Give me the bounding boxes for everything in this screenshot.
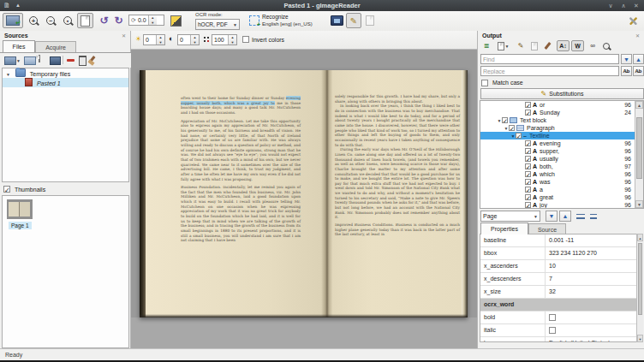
ocr-word-row[interactable]: Ausually96 bbox=[480, 155, 635, 163]
word-checkbox[interactable] bbox=[525, 187, 531, 193]
shade-icon[interactable]: ▲ bbox=[15, 2, 24, 9]
zoom-fit-button[interactable] bbox=[77, 13, 93, 28]
resolution-spinbox[interactable]: 100 ▲▼ bbox=[212, 34, 237, 45]
image-controls-button[interactable] bbox=[168, 13, 183, 28]
proofread-icon[interactable]: ✎ bbox=[515, 40, 527, 51]
word-checkbox[interactable] bbox=[525, 202, 531, 208]
paragraph-checkbox[interactable] bbox=[509, 125, 515, 131]
ocr-textline-row[interactable]: ▼–Textline bbox=[480, 132, 635, 139]
tab-acquire[interactable]: Acquire bbox=[35, 41, 76, 53]
collapse-all-button[interactable] bbox=[590, 212, 597, 221]
expand-all-button[interactable] bbox=[576, 212, 585, 221]
tab-properties[interactable]: Properties bbox=[480, 223, 528, 234]
substitutions-button[interactable]: ✎ Substitutions bbox=[480, 88, 644, 99]
properties-scrollbar[interactable]: ▲ ▼ bbox=[636, 234, 643, 342]
scroll-down-icon[interactable]: ▼ bbox=[637, 335, 643, 342]
clear-output-icon[interactable] bbox=[541, 40, 553, 51]
delete-source-icon[interactable] bbox=[79, 56, 86, 66]
property-row-bold[interactable]: bold bbox=[480, 312, 637, 324]
page-thumbnail-label[interactable]: Page 1 bbox=[9, 222, 32, 229]
add-folder-icon[interactable] bbox=[24, 56, 36, 65]
ocr-word-row[interactable]: Asupper,96 bbox=[480, 147, 635, 155]
navigate-next-button[interactable]: ▼ bbox=[546, 211, 558, 222]
brightness-spinbox[interactable]: 0 ▲▼ bbox=[143, 34, 165, 45]
image-canvas[interactable]: often went to their home for Sunday dinn… bbox=[131, 50, 477, 348]
ocr-word-row[interactable]: Aboth,97 bbox=[480, 163, 635, 170]
property-row[interactable]: x_descenders7 bbox=[480, 273, 637, 286]
word-checkbox[interactable] bbox=[525, 148, 531, 154]
ocr-word-row[interactable]: Awas96 bbox=[480, 178, 635, 186]
wconf-toggle-icon[interactable]: W̲ bbox=[571, 40, 584, 51]
zoom-out-button[interactable]: − bbox=[43, 13, 58, 28]
remove-source-icon[interactable] bbox=[67, 59, 75, 62]
lang-combo[interactable]: English (United States)▼ bbox=[546, 337, 637, 342]
scroll-down-icon[interactable]: ▼ bbox=[635, 200, 643, 208]
ocr-word-row[interactable]: Agreat96 bbox=[480, 193, 635, 201]
word-checkbox[interactable] bbox=[525, 110, 531, 116]
save-hocr-icon[interactable]: ≣ bbox=[480, 40, 492, 51]
property-row[interactable]: baseline0.001 -11 bbox=[480, 234, 637, 247]
ocr-word-row[interactable]: Ajoy96 bbox=[480, 201, 635, 209]
add-images-icon[interactable] bbox=[4, 56, 16, 65]
preview-document-icon[interactable] bbox=[528, 40, 540, 51]
ocr-mode-combo[interactable]: hOCR, PDF ▼ bbox=[195, 19, 240, 30]
case-toggle-icon[interactable]: A↕ bbox=[557, 40, 569, 51]
word-checkbox[interactable] bbox=[525, 179, 531, 185]
word-checkbox[interactable] bbox=[525, 102, 531, 108]
tab-files[interactable]: Files bbox=[3, 40, 35, 52]
word-checkbox[interactable] bbox=[525, 194, 531, 200]
sources-file-row[interactable]: Pasted 1 bbox=[3, 78, 128, 87]
rotation-spinbox[interactable]: ⟳0.0 ▲▼ bbox=[128, 15, 164, 26]
minimize-icon[interactable]: ∨ bbox=[605, 0, 617, 11]
match-case-toggle[interactable]: Match case bbox=[481, 78, 523, 87]
infinity-icon[interactable]: ∞ bbox=[587, 40, 599, 51]
ocr-word-row[interactable]: Aor96 bbox=[480, 101, 635, 109]
word-checkbox[interactable] bbox=[525, 171, 531, 177]
ocr-paragraph-row[interactable]: ▼Paragraph bbox=[480, 124, 635, 132]
invert-colors-checkbox[interactable] bbox=[242, 36, 249, 43]
scroll-up-icon[interactable]: ▲ bbox=[637, 234, 643, 241]
scroll-up-icon[interactable]: ▲ bbox=[635, 101, 643, 109]
sources-folder-row[interactable]: ▼ Temporary files bbox=[3, 68, 128, 78]
find-prev-button[interactable]: ▲ bbox=[633, 54, 644, 64]
word-checkbox[interactable] bbox=[525, 156, 531, 162]
italic-checkbox[interactable] bbox=[549, 327, 556, 334]
open-image-button[interactable]: ↵ bbox=[3, 13, 23, 28]
page-thumbnail[interactable] bbox=[7, 199, 33, 219]
maximize-icon[interactable]: ∧ bbox=[617, 0, 629, 11]
tree-scrollbar[interactable]: ▲ ▼ bbox=[635, 101, 643, 208]
ocr-word-row[interactable]: Aevening96 bbox=[480, 139, 635, 147]
contrast-spinbox[interactable]: 0 ▲▼ bbox=[177, 34, 200, 45]
scrollbar-thumb[interactable] bbox=[636, 117, 642, 179]
navigation-target-combo[interactable]: Page ▼ bbox=[480, 211, 540, 222]
find-next-button[interactable]: ▼ bbox=[621, 54, 632, 64]
thumbnails-checkbox[interactable] bbox=[3, 186, 10, 193]
property-row-italic[interactable]: italic bbox=[480, 324, 637, 337]
word-checkbox[interactable] bbox=[525, 140, 531, 146]
bold-checkbox[interactable] bbox=[549, 314, 556, 321]
block-checkbox[interactable] bbox=[502, 117, 508, 123]
property-row[interactable]: x_ascenders10 bbox=[480, 260, 637, 273]
scrollbar-thumb[interactable] bbox=[638, 243, 642, 315]
replace-input[interactable] bbox=[480, 66, 619, 76]
ocr-word-row[interactable]: ASunday24 bbox=[480, 109, 635, 116]
output-close-icon[interactable]: ✕ bbox=[635, 33, 640, 39]
ocr-word-row[interactable]: Awhich96 bbox=[480, 170, 635, 178]
property-row-lang[interactable]: langEnglish (United States)▼ bbox=[480, 337, 637, 342]
replace-button[interactable]: A̶b bbox=[621, 66, 632, 76]
add-images-dropdown-icon[interactable]: ▼ bbox=[16, 58, 21, 63]
find-input[interactable] bbox=[480, 54, 619, 64]
paste-source-icon[interactable] bbox=[39, 55, 40, 62]
thumbnails-toggle[interactable]: Thumbnails bbox=[3, 185, 45, 195]
replace-all-button[interactable]: A̶b bbox=[633, 66, 644, 76]
word-checkbox[interactable] bbox=[525, 163, 531, 169]
rotation-spin-buttons[interactable]: ▲▼ bbox=[148, 15, 157, 25]
textline-checkbox[interactable] bbox=[516, 133, 522, 139]
property-row[interactable]: x_size32 bbox=[480, 286, 637, 299]
ocr-word-row[interactable]: Aa96 bbox=[480, 186, 635, 193]
export-dropdown-icon[interactable]: ▼ bbox=[495, 40, 511, 51]
zoom-in-button[interactable]: + bbox=[26, 13, 41, 28]
rotate-left-button[interactable]: ↺ bbox=[97, 13, 111, 28]
ocr-block-row[interactable]: ▼Text block bbox=[480, 116, 635, 124]
hocr-tree[interactable]: Aor96 ASunday24 ▼Text block ▼Paragraph ▼… bbox=[480, 100, 644, 209]
